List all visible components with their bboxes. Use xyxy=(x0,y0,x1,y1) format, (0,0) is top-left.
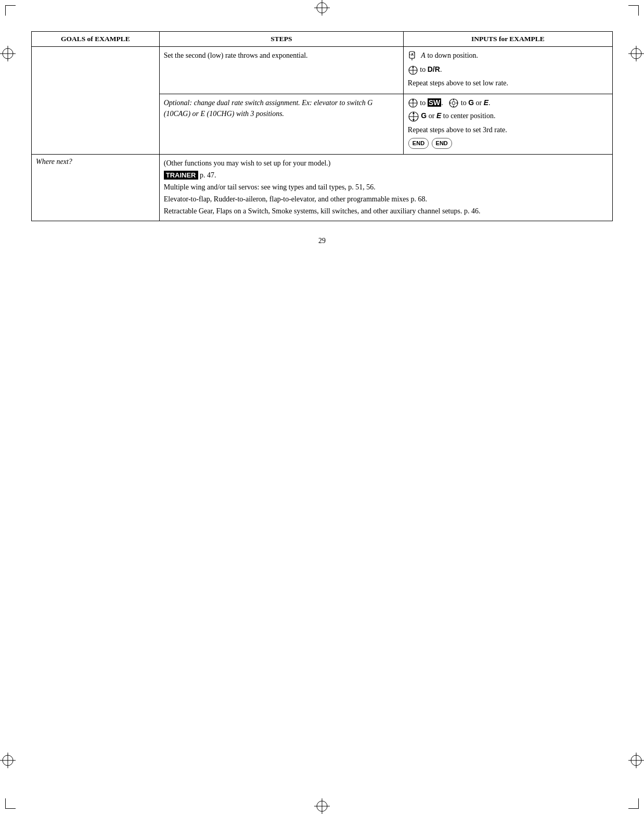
table-row-3: Where next? (Other functions you may wis… xyxy=(32,154,613,221)
steps-text-3d: Elevator-to-flap, Rudder-to-aileron, fla… xyxy=(164,195,427,203)
svg-text:A: A xyxy=(411,53,414,56)
steps-row-3b: TRAINER p. 47. xyxy=(164,170,608,181)
crosshair-icon-1 xyxy=(408,65,418,75)
g-label: G xyxy=(468,98,474,107)
steps-row-3d: Elevator-to-flap, Rudder-to-aileron, fla… xyxy=(164,194,608,205)
inputs-text-1b: to D/R. xyxy=(420,66,442,73)
inputs-row-2a: to SW. to G or E. xyxy=(408,97,608,109)
corner-mark-bl xyxy=(5,798,16,809)
dr-label: D/R xyxy=(428,65,440,73)
steps-row-3c: Multiple wing and/or tail servos: see wi… xyxy=(164,182,608,193)
joystick-icon-2 xyxy=(408,111,419,122)
header-inputs: INPUTS for EXAMPLE xyxy=(403,32,612,47)
page-number: 29 xyxy=(31,237,613,245)
corner-mark-tr xyxy=(628,5,639,16)
inputs-row-1a: A A to down position. xyxy=(408,50,608,62)
g-label-2: G xyxy=(421,111,427,120)
svg-point-32 xyxy=(452,101,455,105)
steps-row-3a: (Other functions you may wish to set up … xyxy=(164,158,608,169)
reg-mark-top xyxy=(314,0,330,16)
goals-text-3: Where next? xyxy=(36,158,72,166)
steps-text-2: Optional: change dual rate switch assign… xyxy=(164,99,373,118)
inputs-row-2b: G or E to center position. xyxy=(408,110,608,122)
steps-text-3c: Multiple wing and/or tail servos: see wi… xyxy=(164,183,376,191)
end-key-1: END xyxy=(408,138,429,149)
gear-icon-sm xyxy=(448,98,459,108)
header-steps: STEPS xyxy=(159,32,403,47)
inputs-cell-1: A A to down position. to D/R. xyxy=(403,47,612,94)
inputs-text-1c: Repeat steps above to set low rate. xyxy=(408,79,508,87)
steps-text-1: Set the second (low) rate throws and exp… xyxy=(164,52,308,59)
reg-mark-right-top xyxy=(628,46,644,61)
table-header-row: GOALS of EXAMPLE STEPS INPUTS for EXAMPL… xyxy=(32,32,613,47)
inputs-text-2c: Repeat steps above to set 3rd rate. xyxy=(408,126,507,134)
end-key-2: END xyxy=(432,138,452,149)
steps-cell-1: Set the second (low) rate throws and exp… xyxy=(159,47,403,94)
reg-mark-left-bottom xyxy=(0,753,16,768)
steps-cell-2: Optional: change dual rate switch assign… xyxy=(159,94,403,154)
page-number-text: 29 xyxy=(318,237,326,245)
main-table: GOALS of EXAMPLE STEPS INPUTS for EXAMPL… xyxy=(31,31,613,221)
inputs-cell-2: to SW. to G or E. xyxy=(403,94,612,154)
goals-cell-3: Where next? xyxy=(32,154,160,221)
e-label: E xyxy=(484,98,488,107)
steps-row-2: Optional: change dual rate switch assign… xyxy=(164,97,399,119)
table-row-1: Set the second (low) rate throws and exp… xyxy=(32,47,613,94)
reg-mark-right-bottom xyxy=(628,753,644,768)
e-label-2: E xyxy=(436,111,441,120)
steps-row-1: Set the second (low) rate throws and exp… xyxy=(164,50,399,61)
content-area: GOALS of EXAMPLE STEPS INPUTS for EXAMPL… xyxy=(31,31,613,783)
inputs-text-2b: G or E to center position. xyxy=(421,112,495,120)
inputs-row-2d: END END xyxy=(408,137,608,149)
header-goals: GOALS of EXAMPLE xyxy=(32,32,160,47)
steps-text-3a: (Other functions you may wish to set up … xyxy=(164,159,331,167)
reg-mark-left-top xyxy=(0,46,16,61)
corner-mark-br xyxy=(628,798,639,809)
steps-row-3e: Retractable Gear, Flaps on a Switch, Smo… xyxy=(164,206,608,217)
steps-text-3b: p. 47. xyxy=(198,171,216,179)
inputs-row-1b: to D/R. xyxy=(408,64,608,75)
trigger-icon: A xyxy=(408,50,419,62)
steps-cell-3: (Other functions you may wish to set up … xyxy=(159,154,612,221)
inputs-text-1a: A to down position. xyxy=(421,52,478,59)
inputs-row-2c: Repeat steps above to set 3rd rate. xyxy=(408,124,608,135)
trainer-label: TRAINER xyxy=(164,171,198,180)
goals-cell-1 xyxy=(32,47,160,155)
crosshair-icon-2 xyxy=(408,98,418,108)
steps-text-3e: Retractable Gear, Flaps on a Switch, Smo… xyxy=(164,207,481,215)
sw-label: SW xyxy=(428,98,442,107)
reg-mark-bottom xyxy=(314,798,330,814)
inputs-text-2a: to SW. to G or E. xyxy=(420,99,490,107)
corner-mark-tl xyxy=(5,5,16,16)
inputs-row-1c: Repeat steps above to set low rate. xyxy=(408,78,608,88)
